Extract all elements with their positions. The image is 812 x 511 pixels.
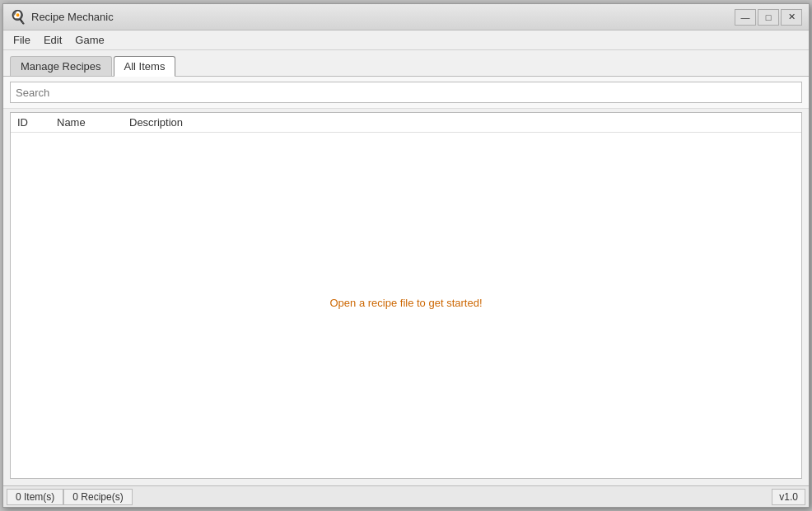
- maximize-button[interactable]: □: [758, 9, 779, 26]
- window-title: Recipe Mechanic: [31, 11, 735, 23]
- status-version: v1.0: [772, 489, 805, 505]
- search-input[interactable]: [10, 82, 802, 103]
- search-bar: [3, 77, 809, 109]
- status-items-count: 0 Item(s): [7, 489, 63, 505]
- main-window: 🍳 Recipe Mechanic — □ ✕ File Edit Game M…: [2, 3, 810, 508]
- content-area: ID Name Description Open a recipe file t…: [3, 109, 809, 485]
- menu-bar: File Edit Game: [3, 30, 809, 50]
- close-button[interactable]: ✕: [781, 9, 802, 26]
- table-header: ID Name Description: [11, 113, 801, 133]
- tab-manage-recipes[interactable]: Manage Recipes: [10, 56, 112, 76]
- column-header-id: ID: [17, 116, 50, 129]
- tab-all-items[interactable]: All Items: [114, 56, 176, 77]
- table-container: ID Name Description Open a recipe file t…: [10, 112, 802, 479]
- tabs-bar: Manage Recipes All Items: [3, 50, 809, 77]
- menu-edit[interactable]: Edit: [37, 30, 68, 49]
- column-header-name: Name: [57, 116, 123, 129]
- column-header-description: Description: [129, 116, 795, 129]
- status-bar: 0 Item(s) 0 Recipe(s) v1.0: [3, 485, 809, 507]
- minimize-button[interactable]: —: [735, 9, 756, 26]
- menu-file[interactable]: File: [7, 30, 37, 49]
- app-icon: 🍳: [10, 9, 26, 26]
- status-recipes-count: 0 Recipe(s): [63, 489, 132, 505]
- title-bar: 🍳 Recipe Mechanic — □ ✕: [3, 4, 809, 30]
- table-body: Open a recipe file to get started!: [11, 133, 801, 473]
- empty-message: Open a recipe file to get started!: [11, 133, 801, 473]
- window-controls: — □ ✕: [735, 9, 802, 26]
- menu-game[interactable]: Game: [68, 30, 110, 49]
